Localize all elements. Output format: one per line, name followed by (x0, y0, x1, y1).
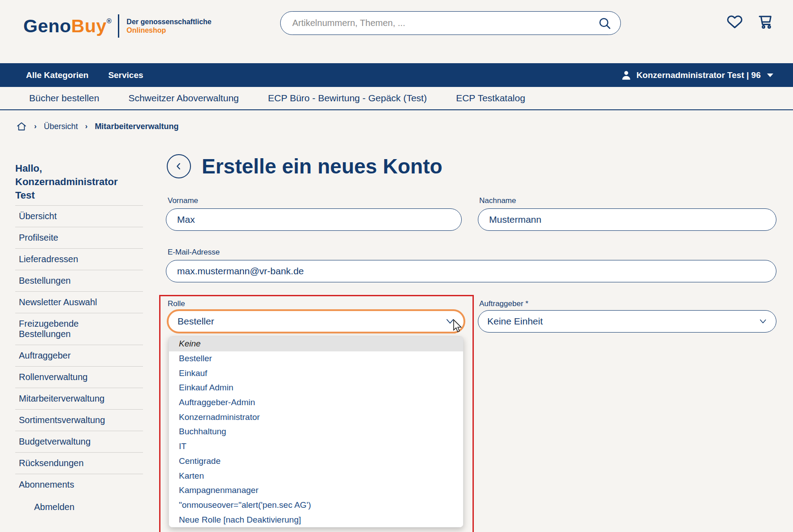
rolle-option[interactable]: Besteller (169, 351, 463, 366)
rolle-option[interactable]: Kampagnenmanager (169, 483, 463, 498)
rolle-option[interactable]: IT (169, 439, 463, 454)
rolle-option[interactable]: Einkauf Admin (169, 381, 463, 395)
breadcrumb: › Übersicht › Mitarbeiterverwaltung (16, 121, 178, 132)
rolle-dropdown: KeineBestellerEinkaufEinkauf AdminAuftra… (169, 336, 464, 528)
user-label: Konzernadministrator Test | 96 (637, 70, 761, 80)
rolle-option[interactable]: Karten (169, 468, 463, 483)
sidebar-item[interactable]: Rollenverwaltung (15, 366, 143, 388)
rolle-select[interactable]: Besteller (167, 309, 465, 333)
sidebar-menu: ÜbersichtProfilseiteLieferadressenBestel… (15, 205, 143, 495)
search-icon[interactable] (598, 17, 611, 30)
nachname-input[interactable] (478, 208, 776, 231)
breadcrumb-current: Mitarbeiterverwaltung (95, 122, 178, 131)
sidebar-item[interactable]: Abonnements (15, 474, 143, 495)
auftraggeber-select[interactable]: Keine Einheit (478, 310, 776, 333)
logo-tagline: Der genossenschaftliche Onlineshop (126, 17, 211, 35)
rolle-option[interactable]: Buchhaltung (169, 424, 463, 439)
nav-alle-kategorien[interactable]: Alle Kategorien (26, 70, 88, 80)
auftraggeber-select-value: Keine Einheit (487, 316, 543, 327)
back-button[interactable] (167, 154, 191, 178)
sidebar-item[interactable]: Newsletter Auswahl (15, 291, 143, 313)
sidebar-item[interactable]: Budgetverwaltung (15, 431, 143, 452)
vorname-input[interactable] (166, 208, 462, 231)
subnav-item[interactable]: ECP Testkatalog (456, 93, 525, 104)
wishlist-heart-icon[interactable] (727, 13, 743, 30)
chevron-down-icon (446, 318, 455, 324)
page-title: Erstelle ein neues Konto (202, 154, 442, 178)
account-sidebar: Hallo, Konzernadministrator Test Übersic… (15, 162, 143, 512)
chevron-right-icon: › (34, 122, 37, 131)
email-label: E-Mail-Adresse (168, 248, 220, 257)
registered-mark: ® (107, 17, 112, 25)
rolle-option[interactable]: Keine (169, 337, 463, 351)
nachname-label: Nachname (479, 196, 516, 205)
sidebar-item[interactable]: Mitarbeiterverwaltung (15, 388, 143, 409)
brand-wordmark: GenoBuy® (23, 16, 112, 37)
sidebar-item[interactable]: Rücksendungen (15, 452, 143, 474)
sidebar-greeting: Hallo, Konzernadministrator Test (15, 162, 127, 202)
rolle-option[interactable]: Einkauf (169, 366, 463, 381)
cart-icon[interactable] (757, 13, 773, 30)
chevron-right-icon: › (85, 122, 88, 131)
subnav-item[interactable]: Bücher bestellen (29, 93, 99, 104)
rolle-select-value: Besteller (178, 316, 214, 327)
main-navbar: Alle Kategorien Services Konzernadminist… (0, 63, 793, 87)
logo-divider (118, 14, 119, 38)
rolle-label: Rolle (168, 299, 185, 308)
rolle-option[interactable]: Konzernadministrator (169, 410, 463, 424)
chevron-down-icon (759, 319, 767, 324)
search-input[interactable] (292, 18, 598, 28)
subnav-item[interactable]: ECP Büro - Bewirtung - Gepäck (Test) (268, 93, 427, 104)
breadcrumb-uebersicht[interactable]: Übersicht (44, 122, 78, 131)
logout-link[interactable]: Abmelden (34, 502, 74, 512)
user-menu[interactable]: Konzernadministrator Test | 96 (620, 63, 773, 87)
sidebar-item[interactable]: Freizugebende Bestellun­gen (15, 313, 143, 345)
sidebar-item[interactable]: Lieferadressen (15, 248, 143, 270)
rolle-option[interactable]: "onmouseover="alert('pen.sec AG') (169, 498, 463, 513)
sidebar-item[interactable]: Auftraggeber (15, 345, 143, 366)
sidebar-item[interactable]: Bestellungen (15, 270, 143, 291)
chevron-left-icon (174, 161, 184, 171)
rolle-option[interactable]: Neue Rolle [nach Deaktivierung] (169, 512, 463, 527)
caret-down-icon (767, 74, 773, 77)
auftraggeber-label: Auftraggeber * (479, 299, 529, 308)
catalog-subnav: Bücher bestellenSchweitzer Aboverwaltung… (0, 87, 793, 110)
rolle-option[interactable]: Centigrade (169, 454, 463, 469)
rolle-option[interactable]: Auftraggeber-Admin (169, 395, 463, 410)
search-bar (280, 11, 621, 35)
vorname-label: Vorname (168, 196, 198, 205)
sidebar-item[interactable]: Übersicht (15, 205, 143, 227)
sidebar-item[interactable]: Profilseite (15, 227, 143, 248)
header: GenoBuy® Der genossenschaftliche Onlines… (0, 0, 793, 63)
user-icon (620, 69, 632, 81)
nav-services[interactable]: Services (108, 70, 143, 80)
logo[interactable]: GenoBuy® Der genossenschaftliche Onlines… (23, 14, 212, 38)
home-icon[interactable] (16, 121, 27, 132)
subnav-item[interactable]: Schweitzer Aboverwaltung (128, 93, 238, 104)
sidebar-item[interactable]: Sortimentsverwaltung (15, 409, 143, 431)
email-input[interactable] (166, 260, 776, 282)
